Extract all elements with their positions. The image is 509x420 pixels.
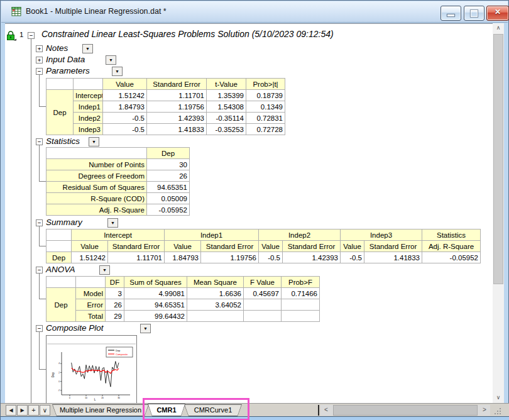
- statistics-dropdown-button[interactable]: ▼: [89, 137, 99, 146]
- group-header: Indep2: [259, 229, 341, 241]
- sheet-tab-cmr1[interactable]: CMR1: [148, 404, 185, 416]
- sheet-tab-multiple-linear-regression[interactable]: Multiple Linear Regression: [52, 404, 149, 416]
- cell: [187, 311, 244, 322]
- summary-table: Intercept Indep1 Indep2 Indep3 Statistic…: [46, 229, 481, 263]
- table-row: Error 26 94.65351 3.64052: [47, 299, 320, 311]
- row-label: Residual Sum of Squares: [47, 182, 147, 193]
- row-label: R-Square (COD): [47, 193, 147, 204]
- parameters-collapse-toggle[interactable]: −: [36, 68, 43, 75]
- prev-sheet-button[interactable]: ◀: [6, 405, 16, 416]
- report-collapse-toggle[interactable]: −: [28, 32, 35, 39]
- table-row: R-Square (COD)0.05009: [47, 193, 190, 204]
- cell: 30: [147, 159, 190, 170]
- cell: 3.64052: [187, 299, 244, 311]
- tab-scrollbar-divider[interactable]: [318, 405, 319, 416]
- col-header: Standard Error: [147, 79, 207, 90]
- table-row: Indep2 -0.5 1.42393 -0.35114 0.72831: [47, 113, 285, 124]
- group-header: Indep3: [341, 229, 422, 241]
- cell: 1.51242: [72, 252, 108, 263]
- table-row: Indep1 1.84793 1.19756 1.54308 0.1349: [47, 101, 285, 113]
- horizontal-scrollbar[interactable]: < >: [320, 405, 490, 416]
- anova-table: DF Sum of Squares Mean Square F Value Pr…: [46, 276, 320, 322]
- tree-bracket-composite-plot: [39, 331, 40, 369]
- cell: 1.35399: [207, 90, 246, 101]
- series-dep: [72, 362, 119, 387]
- scroll-up-button[interactable]: ∧: [493, 23, 504, 33]
- composite-plot-collapse-toggle[interactable]: −: [36, 325, 43, 332]
- table-row: Number of Points30: [47, 159, 190, 170]
- cell: 1.11701: [147, 90, 207, 101]
- report-row-index: 1: [19, 31, 23, 38]
- cell: 1.19756: [147, 101, 207, 113]
- notes-dropdown-button[interactable]: ▼: [82, 44, 93, 53]
- x-tick-label: 0: [69, 397, 70, 399]
- x-tick-label: 20: [101, 397, 104, 399]
- row-label: Indep1: [74, 101, 103, 113]
- scroll-down-button[interactable]: ∨: [493, 393, 504, 403]
- sheet-tab-label: CMRCurve1: [185, 405, 241, 416]
- section-label-summary: Summary: [46, 218, 82, 227]
- col-header: Sum of Squares: [124, 277, 187, 288]
- vertical-scrollbar[interactable]: ∧ ∨: [493, 23, 504, 403]
- cell: -0.35253: [207, 124, 246, 135]
- horizontal-scrollbar-thumb[interactable]: [333, 405, 478, 416]
- col-header: t-Value: [207, 79, 246, 90]
- input-data-dropdown-button[interactable]: ▼: [106, 55, 116, 65]
- cell: 26: [147, 170, 190, 182]
- col-header: Mean Square: [187, 277, 244, 288]
- y-tick-label: 0: [58, 380, 60, 383]
- cell: 1.6636: [187, 288, 244, 299]
- cell: 0.1349: [246, 101, 285, 113]
- parameters-dropdown-button[interactable]: ▼: [112, 67, 123, 76]
- composite-plot-dropdown-button[interactable]: ▼: [140, 324, 151, 333]
- cell: 0.71466: [282, 288, 320, 299]
- group-header: Intercept: [72, 229, 165, 241]
- composite-plot-graph[interactable]: Dep L Dep Composite 0102030-2024: [46, 335, 137, 404]
- cell: 0.05009: [147, 193, 190, 204]
- sheet-tab-bar: ◀ ▶ + ∨ Multiple Linear Regression CMR1 …: [1, 403, 509, 417]
- input-data-expand-toggle[interactable]: +: [36, 57, 43, 64]
- window-title: Book1 - Multiple Linear Regression.dat *: [26, 7, 167, 16]
- window-titlebar[interactable]: Book1 - Multiple Linear Regression.dat *…: [1, 1, 508, 23]
- legend-label-composite: Composite: [116, 353, 128, 356]
- row-label: Total: [76, 311, 106, 322]
- cell: [244, 299, 282, 311]
- lock-icon[interactable]: [6, 30, 17, 41]
- anova-collapse-toggle[interactable]: −: [36, 267, 43, 274]
- cell: 1.41833: [147, 124, 207, 135]
- minimize-button[interactable]: [441, 6, 461, 21]
- row-label: Indep3: [74, 124, 103, 135]
- y-axis-label: Dep: [52, 372, 55, 377]
- x-tick-label: 10: [85, 397, 87, 399]
- sheet-list-button[interactable]: ∨: [40, 405, 50, 416]
- restore-button[interactable]: [464, 6, 484, 21]
- col-header: Standard Error: [201, 241, 259, 252]
- cell: [282, 299, 320, 311]
- tree-bracket-anova: [39, 273, 40, 299]
- cell: 26: [106, 299, 124, 311]
- section-label-anova: ANOVA: [46, 265, 75, 274]
- vertical-scrollbar-thumb[interactable]: [493, 34, 503, 284]
- summary-collapse-toggle[interactable]: −: [36, 219, 43, 226]
- window-bottom-frame: [1, 416, 509, 420]
- cell: -0.5: [259, 252, 283, 263]
- notes-expand-toggle[interactable]: +: [36, 45, 43, 52]
- sheet-tab-cmrcurve1[interactable]: CMRCurve1: [184, 404, 242, 416]
- summary-dropdown-button[interactable]: ▼: [107, 218, 118, 228]
- col-header: DF: [106, 277, 124, 288]
- table-row: Dep Intercept 1.51242 1.11701 1.35399 0.…: [47, 90, 285, 101]
- scroll-right-button[interactable]: >: [479, 405, 490, 416]
- anova-dropdown-button[interactable]: ▼: [99, 265, 110, 275]
- close-button[interactable]: ✕: [486, 6, 509, 21]
- scroll-left-button[interactable]: <: [320, 405, 332, 416]
- tree-bracket-parameters-h: [39, 106, 46, 107]
- row-group-label: Dep: [47, 288, 76, 322]
- add-sheet-button[interactable]: +: [28, 405, 39, 416]
- y-tick-label: -2: [58, 389, 60, 392]
- row-label: Model: [76, 288, 106, 299]
- resize-grip[interactable]: [494, 407, 502, 415]
- table-row: Residual Sum of Squares94.65351: [47, 182, 190, 193]
- sheet-tab-label: CMR1: [148, 404, 185, 416]
- next-sheet-button[interactable]: ▶: [17, 405, 28, 416]
- statistics-collapse-toggle[interactable]: −: [36, 138, 43, 145]
